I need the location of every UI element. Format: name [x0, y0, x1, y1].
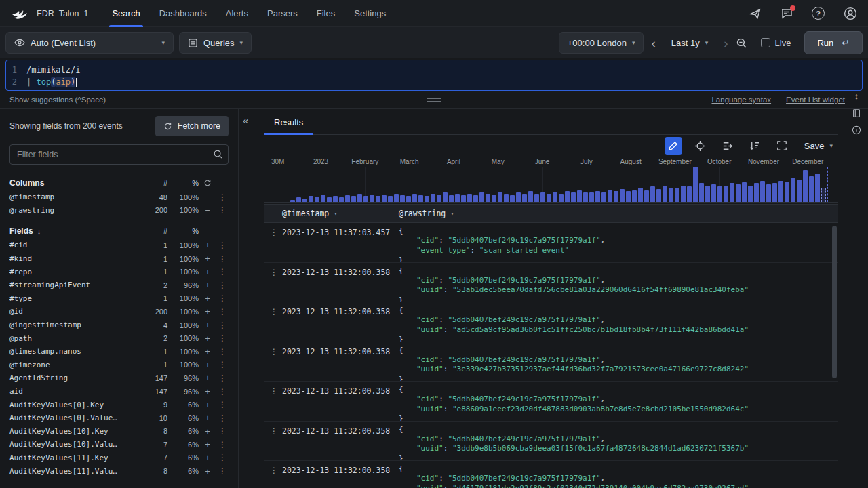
field-row[interactable]: AuditKeyValues[11].Key76%+⋮	[9, 451, 229, 465]
histogram-bar[interactable]	[705, 186, 710, 202]
event-row[interactable]: ⋮2023-12-13 11:32:00.358{"cid": "5ddb040…	[264, 263, 838, 303]
row-menu-icon[interactable]: ⋮	[264, 223, 282, 263]
histogram-bar[interactable]	[632, 190, 637, 202]
nav-item-parsers[interactable]: Parsers	[258, 0, 307, 27]
histogram-bar[interactable]	[608, 190, 612, 202]
queries-button[interactable]: Queries ▾	[179, 32, 252, 54]
field-row[interactable]: AuditKeyValues[11].Valu…86%+⋮	[9, 464, 229, 478]
column-row[interactable]: @timestamp48100%−⋮	[9, 190, 229, 204]
feedback-icon[interactable]	[781, 7, 793, 19]
field-row[interactable]: AuditKeyValues[0].Value…106%+⋮	[9, 411, 229, 425]
notes-panel-icon[interactable]	[852, 108, 861, 118]
field-menu-icon[interactable]: ⋮	[216, 400, 229, 409]
histogram-bar[interactable]	[675, 188, 679, 202]
field-menu-icon[interactable]: ⋮	[216, 387, 229, 396]
remove-column-icon[interactable]: −	[199, 192, 216, 202]
histogram-bar[interactable]	[693, 167, 698, 202]
add-column-icon[interactable]: +	[199, 333, 216, 344]
field-menu-icon[interactable]: ⋮	[216, 426, 229, 436]
histogram-bar[interactable]	[394, 194, 399, 202]
row-menu-icon[interactable]: ⋮	[264, 302, 282, 342]
event-row[interactable]: ⋮2023-12-13 11:32:00.358{"cid": "5ddb040…	[264, 461, 838, 488]
filter-fields-input[interactable]	[9, 144, 229, 165]
app-logo-icon[interactable]	[11, 5, 28, 22]
histogram-bar[interactable]	[589, 192, 594, 202]
sort-order-icon[interactable]	[746, 137, 764, 155]
tab-results[interactable]: Results	[264, 117, 313, 134]
nav-item-alerts[interactable]: Alerts	[216, 0, 258, 27]
histogram-bar[interactable]	[345, 195, 350, 202]
histogram-bar[interactable]	[296, 197, 301, 202]
histogram-bar[interactable]	[760, 181, 765, 202]
histogram-bar[interactable]	[583, 192, 588, 202]
histogram-bar[interactable]	[400, 195, 405, 202]
histogram-bar[interactable]	[461, 195, 466, 202]
row-menu-icon[interactable]: ⋮	[264, 422, 282, 462]
histogram-bar[interactable]	[540, 192, 545, 202]
histogram-bar[interactable]	[309, 196, 313, 202]
histogram-bar[interactable]	[681, 186, 686, 202]
info-panel-icon[interactable]	[852, 125, 861, 135]
histogram-bar[interactable]	[455, 194, 460, 202]
nav-item-dashboards[interactable]: Dashboards	[150, 0, 216, 27]
field-menu-icon[interactable]: ⋮	[216, 293, 229, 303]
column-row[interactable]: @rawstring200100%−⋮	[9, 204, 229, 218]
add-column-icon[interactable]: +	[199, 293, 216, 304]
live-checkbox[interactable]	[761, 38, 770, 47]
histogram-bar[interactable]	[418, 195, 423, 202]
histogram-bar[interactable]	[510, 195, 515, 202]
field-row[interactable]: #cid1100%+⋮	[9, 239, 229, 252]
histogram-bar[interactable]	[315, 197, 319, 202]
event-list-widget-link[interactable]: Event List widget	[786, 96, 845, 104]
histogram-bar[interactable]	[699, 183, 704, 202]
inspect-crosshair-icon[interactable]	[692, 137, 709, 155]
suggestions-hint[interactable]: Show suggestions (^Space)	[9, 96, 106, 104]
field-row[interactable]: AuditKeyValues[10].Valu…76%+⋮	[9, 438, 229, 451]
add-column-icon[interactable]: +	[199, 413, 216, 423]
histogram-bar[interactable]	[467, 194, 472, 202]
histogram-bar[interactable]	[754, 183, 759, 202]
field-menu-icon[interactable]: ⋮	[216, 333, 229, 343]
add-column-icon[interactable]: +	[199, 386, 216, 396]
row-menu-icon[interactable]: ⋮	[264, 382, 282, 422]
histogram-bar[interactable]	[766, 184, 771, 202]
field-menu-icon[interactable]: ⋮	[216, 192, 229, 202]
event-histogram[interactable]	[264, 167, 838, 203]
live-toggle[interactable]: Live	[761, 38, 791, 48]
editor-line[interactable]: 1/mimikatz/i	[6, 64, 862, 76]
sort-descending-icon[interactable]: ↓	[37, 227, 41, 235]
field-row[interactable]: @id200100%+⋮	[9, 305, 229, 319]
histogram-bar[interactable]	[357, 194, 362, 202]
histogram-bar[interactable]	[339, 197, 344, 202]
histogram-bar[interactable]	[626, 191, 631, 202]
field-menu-icon[interactable]: ⋮	[216, 205, 229, 215]
histogram-bar[interactable]	[333, 196, 338, 202]
histogram-bar[interactable]	[797, 180, 802, 202]
histogram-bar[interactable]	[742, 182, 747, 202]
histogram-bar[interactable]	[528, 191, 533, 202]
histogram-bar[interactable]	[571, 192, 576, 202]
add-column-icon[interactable]: +	[199, 280, 216, 290]
fetch-more-button[interactable]: Fetch more	[155, 116, 229, 136]
add-column-icon[interactable]: +	[199, 320, 216, 330]
event-row[interactable]: ⋮2023-12-13 11:37:03.457{"cid": "5ddb040…	[264, 223, 838, 263]
histogram-bar[interactable]	[601, 192, 606, 202]
histogram-bar[interactable]	[449, 195, 454, 202]
histogram-bar[interactable]	[650, 186, 655, 202]
column-header-timestamp[interactable]: @timestamp ▾	[282, 209, 399, 218]
editor-resize-handle[interactable]	[427, 98, 441, 102]
collapse-sidebar-button[interactable]: «	[243, 115, 248, 126]
help-icon[interactable]: ?	[812, 7, 825, 20]
field-menu-icon[interactable]: ⋮	[216, 281, 229, 290]
add-column-icon[interactable]: +	[199, 346, 216, 357]
histogram-bar[interactable]	[327, 197, 332, 202]
fullscreen-icon[interactable]	[773, 137, 791, 155]
histogram-bar-partial[interactable]	[821, 188, 826, 202]
editor-line[interactable]: 2| top(aip)	[6, 76, 862, 88]
histogram-bar[interactable]	[565, 191, 570, 202]
view-selector[interactable]: Auto (Event List) ▾	[5, 32, 174, 54]
histogram-bar[interactable]	[382, 195, 387, 202]
histogram-bar[interactable]	[479, 192, 484, 202]
histogram-bar[interactable]	[656, 189, 661, 202]
field-menu-icon[interactable]: ⋮	[216, 347, 229, 357]
